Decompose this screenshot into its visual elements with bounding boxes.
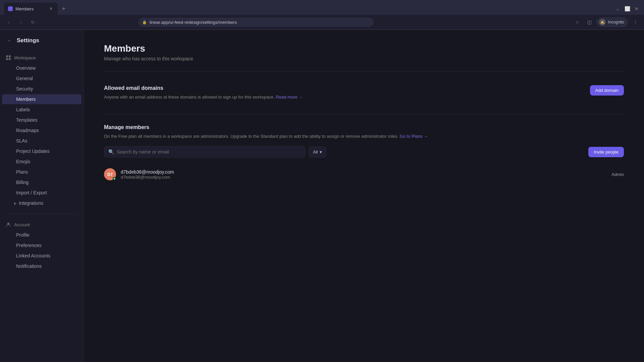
- search-box[interactable]: 🔍: [104, 146, 305, 158]
- svg-rect-3: [9, 58, 11, 60]
- sidebar-item-profile[interactable]: Profile: [2, 230, 82, 240]
- page-title: Members: [104, 43, 624, 54]
- sidebar-item-security[interactable]: Security: [2, 84, 82, 94]
- sidebar-item-members[interactable]: Members: [2, 94, 82, 104]
- incognito-label: Incognito: [608, 20, 624, 24]
- section-divider-1: [104, 71, 624, 72]
- account-section-label: Account: [0, 220, 84, 230]
- go-to-plans-link[interactable]: Go to Plans →: [400, 134, 428, 139]
- allowed-domains-header: Allowed email domains Anyone with an ema…: [104, 85, 624, 101]
- sidebar-item-billing[interactable]: Billing: [2, 177, 82, 187]
- window-minimize-button[interactable]: ⌄: [614, 5, 621, 12]
- address-bar-row: ‹ › ↻ 🔒 linear.app/ui-feed-redesign/sett…: [0, 15, 644, 29]
- sidebar-item-label: Overview: [16, 65, 36, 71]
- sidebar-item-preferences[interactable]: Preferences: [2, 240, 82, 250]
- workspace-icon: [5, 55, 11, 61]
- sidebar-item-roadmaps[interactable]: Roadmaps: [2, 125, 82, 135]
- avatar-status-indicator: [113, 177, 116, 180]
- sidebar-item-label: SLAs: [16, 138, 27, 143]
- sidebar-item-label: Linked Accounts: [16, 253, 50, 258]
- sidebar-item-import-export[interactable]: Import / Export: [2, 188, 82, 198]
- member-list: D7 d7bdeb36@moodjoy.com d7bdeb36@moodjoy…: [104, 164, 624, 184]
- browser-chrome: Members ✕ + ⌄ ⬜ ✕ ‹ › ↻ 🔒 linear.app/ui-…: [0, 0, 644, 30]
- sidebar-item-slas[interactable]: SLAs: [2, 136, 82, 146]
- sidebar-item-label: General: [16, 76, 33, 81]
- svg-rect-0: [6, 55, 8, 57]
- sidebar-item-plans[interactable]: Plans: [2, 167, 82, 177]
- sidebar-item-labels[interactable]: Labels: [2, 105, 82, 115]
- sidebar-item-templates[interactable]: Templates: [2, 115, 82, 125]
- tab-close-button[interactable]: ✕: [48, 6, 54, 11]
- svg-point-4: [7, 223, 9, 225]
- member-name: d7bdeb36@moodjoy.com: [121, 169, 607, 175]
- member-info: d7bdeb36@moodjoy.com d7bdeb36@moodjoy.co…: [121, 169, 607, 180]
- sidebar-item-overview[interactable]: Overview: [2, 63, 82, 73]
- sidebar-item-project-updates[interactable]: Project Updates: [2, 146, 82, 156]
- sidebar-item-label: Notifications: [16, 263, 42, 269]
- settings-title: Settings: [17, 37, 39, 44]
- add-domain-button[interactable]: Add domain: [590, 85, 624, 96]
- url-text: linear.app/ui-feed-redesign/settings/mem…: [150, 20, 237, 25]
- workspace-label: Workspace: [14, 55, 36, 60]
- new-tab-button[interactable]: +: [59, 4, 68, 13]
- sidebar-item-label: Security: [16, 86, 33, 92]
- page-subtitle: Manage who has access to this workspace: [104, 56, 624, 61]
- lock-icon: 🔒: [142, 20, 147, 24]
- sidebar-item-linked-accounts[interactable]: Linked Accounts: [2, 251, 82, 261]
- table-row: D7 d7bdeb36@moodjoy.com d7bdeb36@moodjoy…: [104, 164, 624, 184]
- filter-dropdown[interactable]: All ▾: [309, 146, 326, 158]
- sidebar-item-label: Integrations: [19, 200, 43, 206]
- active-tab[interactable]: Members ✕: [4, 3, 58, 15]
- back-nav-button[interactable]: ‹: [4, 17, 13, 27]
- incognito-icon: 🕵: [599, 19, 606, 25]
- sidebar: ← Settings Workspace Overview General: [0, 30, 84, 362]
- window-close-button[interactable]: ✕: [633, 5, 640, 12]
- sidebar-item-emojis[interactable]: Emojis: [2, 157, 82, 167]
- settings-back-button[interactable]: ←: [5, 37, 13, 45]
- read-more-link[interactable]: Read more →: [276, 95, 303, 100]
- sidebar-item-label: Billing: [16, 180, 29, 185]
- avatar: D7: [104, 168, 116, 180]
- sidebar-item-label: Members: [16, 97, 36, 102]
- sidebar-item-notifications[interactable]: Notifications: [2, 261, 82, 271]
- incognito-badge: 🕵 Incognito: [597, 17, 628, 27]
- search-input[interactable]: [117, 149, 301, 155]
- member-role: Admin: [611, 172, 624, 177]
- manage-members-description: On the Free plan all members in a worksp…: [104, 133, 624, 140]
- tab-favicon: [8, 6, 13, 11]
- sidebar-item-label: Project Updates: [16, 148, 50, 154]
- sidebar-item-integrations[interactable]: ▶ Integrations: [2, 198, 82, 208]
- account-icon: [5, 222, 11, 228]
- allowed-domains-info: Allowed email domains Anyone with an ema…: [104, 85, 583, 101]
- browser-actions: ☆ ◫ 🕵 Incognito ⋮: [573, 17, 640, 27]
- sidebar-item-general[interactable]: General: [2, 73, 82, 83]
- sidebar-item-label: Plans: [16, 169, 28, 175]
- search-icon: 🔍: [108, 149, 114, 155]
- window-restore-button[interactable]: ⬜: [624, 5, 631, 12]
- manage-desc-text: On the Free plan all members in a worksp…: [104, 134, 400, 139]
- menu-button[interactable]: ⋮: [631, 17, 640, 27]
- integrations-chevron-icon: ▶: [14, 201, 17, 205]
- main-content: Members Manage who has access to this wo…: [84, 30, 644, 362]
- sidebar-item-label: Profile: [16, 232, 30, 238]
- reload-button[interactable]: ↻: [28, 17, 38, 27]
- invite-people-button[interactable]: Invite people: [588, 147, 624, 157]
- sidebar-item-label: Import / Export: [16, 190, 47, 195]
- search-filter-row: 🔍 All ▾ Invite people: [104, 146, 624, 158]
- allowed-domains-section: Allowed email domains Anyone with an ema…: [104, 78, 624, 107]
- filter-label: All: [313, 149, 318, 155]
- sidebar-toggle-button[interactable]: ◫: [585, 17, 594, 27]
- sidebar-header: ← Settings: [0, 30, 84, 50]
- svg-rect-1: [9, 55, 11, 57]
- sidebar-item-label: Templates: [16, 117, 38, 123]
- sidebar-divider: [5, 214, 78, 214]
- allowed-domains-description: Anyone with an email address at these do…: [104, 94, 305, 101]
- sidebar-item-label: Labels: [16, 107, 30, 112]
- tab-title: Members: [15, 6, 34, 11]
- window-controls: ⌄ ⬜ ✕: [614, 5, 640, 12]
- section-divider-2: [104, 114, 624, 114]
- bookmark-button[interactable]: ☆: [573, 17, 582, 27]
- forward-nav-button[interactable]: ›: [16, 17, 25, 27]
- address-bar[interactable]: 🔒 linear.app/ui-feed-redesign/settings/m…: [139, 18, 373, 26]
- sidebar-item-label: Emojis: [16, 159, 30, 164]
